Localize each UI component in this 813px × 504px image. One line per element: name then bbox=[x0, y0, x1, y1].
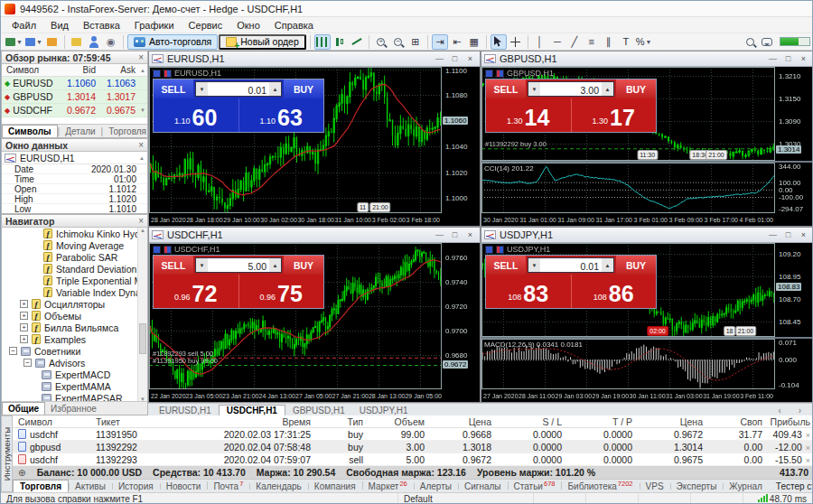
sell-button[interactable]: SELL bbox=[486, 79, 526, 98]
tree-group-advisors[interactable]: −Advisors bbox=[2, 357, 147, 369]
navigator-scrollbar[interactable]: ▲▼ bbox=[137, 228, 147, 402]
panel-toggle-icon[interactable] bbox=[485, 246, 493, 254]
expand-icon[interactable]: + bbox=[20, 312, 28, 320]
minimize-icon[interactable]: — bbox=[766, 230, 780, 239]
terminal-side-tab[interactable]: Инструменты bbox=[1, 415, 13, 492]
chart-window-titlebar[interactable]: USDJPY,H1 —□× bbox=[481, 228, 813, 243]
sell-button[interactable]: SELL bbox=[154, 79, 193, 98]
tab-calendar[interactable]: Календарь bbox=[249, 481, 307, 492]
tree-item-indicator[interactable]: fTriple Exponential Movin bbox=[2, 275, 147, 286]
symbol-row-gbpusd[interactable]: ◆GBPUSD 1.3014 1.3017 bbox=[2, 90, 147, 104]
chart-tab-usdchf[interactable]: USDCHF,H1 bbox=[219, 405, 285, 415]
menu-insert[interactable]: Вставка bbox=[76, 20, 127, 31]
tab-trade[interactable]: Торговля bbox=[13, 480, 69, 492]
tab-symbols[interactable]: Символы bbox=[2, 125, 58, 137]
volume-down-icon[interactable]: ▼ bbox=[528, 82, 540, 96]
minimize-icon[interactable]: — bbox=[433, 230, 446, 239]
zoom-in-icon[interactable]: + bbox=[373, 34, 389, 50]
tab-common[interactable]: Общие bbox=[2, 402, 45, 415]
buy-price[interactable]: 10886 bbox=[571, 275, 657, 308]
sell-button[interactable]: SELL bbox=[486, 256, 526, 275]
scroll-down-icon[interactable]: ▼ bbox=[138, 107, 147, 113]
close-icon[interactable]: × bbox=[797, 230, 810, 239]
close-position-icon[interactable]: × bbox=[806, 431, 810, 440]
new-order-button[interactable]: Новый ордер bbox=[219, 34, 306, 50]
strategy-tester-label[interactable]: Тестер стратегий bbox=[769, 481, 813, 492]
menu-file[interactable]: Файл bbox=[5, 20, 43, 31]
volume-down-icon[interactable]: ▼ bbox=[196, 258, 208, 272]
menu-help[interactable]: Справка bbox=[267, 20, 321, 31]
tile-windows-icon[interactable]: ⊞ bbox=[407, 34, 424, 50]
position-row[interactable]: gbpusd 113922922020.02.04 07:58:48 buy3.… bbox=[13, 441, 813, 453]
line-chart-icon[interactable] bbox=[349, 34, 365, 50]
sell-price[interactable]: 10883 bbox=[486, 275, 571, 308]
tree-group-oscillators[interactable]: +fОсцилляторы bbox=[2, 298, 147, 310]
tab-experts[interactable]: Эксперты bbox=[670, 481, 724, 492]
indicator-canvas[interactable] bbox=[481, 163, 775, 213]
maximize-icon[interactable]: □ bbox=[448, 54, 462, 63]
scroll-up-icon[interactable]: ▲ bbox=[138, 68, 147, 73]
tab-scroll-left-icon[interactable]: ‹ bbox=[771, 406, 789, 415]
arrows-tool-icon[interactable]: %▼ bbox=[635, 34, 653, 50]
volume-down-icon[interactable]: ▼ bbox=[528, 258, 540, 272]
open-data-folder-icon[interactable] bbox=[44, 34, 61, 50]
symbol-row-usdchf[interactable]: ◆USDCHF 0.9672 0.9675 ▼ bbox=[2, 104, 147, 117]
volume-stepper[interactable]: ▼3.00▲ bbox=[528, 81, 614, 97]
panel-toggle-icon[interactable] bbox=[153, 70, 161, 78]
close-icon[interactable]: × bbox=[138, 216, 144, 226]
close-icon[interactable]: × bbox=[138, 140, 144, 150]
tab-signals[interactable]: Сигналы bbox=[458, 481, 508, 492]
trendline-icon[interactable]: ╱ bbox=[566, 34, 583, 50]
tab-assets[interactable]: Активы bbox=[69, 481, 112, 492]
volume-stepper[interactable]: ▼0.01▲ bbox=[195, 81, 282, 97]
tab-news[interactable]: Новости bbox=[160, 481, 208, 492]
volume-up-icon[interactable]: ▲ bbox=[269, 258, 281, 272]
close-position-icon[interactable]: × bbox=[806, 456, 810, 465]
tab-mail[interactable]: Почта7 bbox=[207, 479, 249, 492]
menu-charts[interactable]: Графики bbox=[127, 20, 182, 31]
tab-vps[interactable]: VPS bbox=[640, 481, 670, 492]
tab-market[interactable]: Маркет26 bbox=[362, 479, 414, 492]
status-profile[interactable]: Default bbox=[398, 493, 534, 504]
collapse-icon[interactable]: − bbox=[9, 347, 17, 355]
tab-articles[interactable]: Статьи678 bbox=[508, 479, 562, 492]
tree-item-indicator[interactable]: fIchimoku Kinko Hyo bbox=[2, 228, 147, 239]
zoom-out-icon[interactable]: − bbox=[390, 34, 406, 50]
buy-price[interactable]: 0.9675 bbox=[238, 275, 324, 308]
volume-up-icon[interactable]: ▲ bbox=[269, 82, 281, 96]
tree-group-volumes[interactable]: +fОбъемы bbox=[2, 310, 147, 322]
auto-scroll-icon[interactable]: ⇥ bbox=[432, 34, 448, 50]
tree-group-examples[interactable]: +fExamples bbox=[2, 333, 147, 345]
expand-icon[interactable]: + bbox=[20, 300, 28, 308]
chat-icon[interactable] bbox=[759, 34, 775, 50]
chart-tab-usdjpy[interactable]: USDJPY,H1 bbox=[352, 406, 416, 415]
buy-button[interactable]: BUY bbox=[284, 256, 323, 275]
buy-button[interactable]: BUY bbox=[616, 256, 656, 275]
panel-toggle-icon[interactable] bbox=[485, 70, 493, 78]
tab-trading[interactable]: Торговля bbox=[103, 126, 147, 137]
tree-item-indicator[interactable]: fStandard Deviation bbox=[2, 263, 147, 275]
tab-favorites[interactable]: Избранное bbox=[45, 403, 102, 415]
vertical-line-icon[interactable]: │ bbox=[532, 34, 548, 50]
buy-button[interactable]: BUY bbox=[284, 79, 323, 98]
profiles-icon[interactable]: ▼ bbox=[24, 34, 43, 50]
sell-price[interactable]: 1.3014 bbox=[486, 98, 571, 132]
chart-window-titlebar[interactable]: GBPUSD,H1 —□× bbox=[481, 51, 813, 67]
buy-price[interactable]: 1.1063 bbox=[238, 98, 324, 132]
position-row[interactable]: usdchf 113922932020.02.04 07:59:07 sell5… bbox=[13, 453, 813, 466]
chart-body-eurusd[interactable]: EURUSD,H1 SELL ▼0.01▲ BUY 1.1060 1.1063 … bbox=[149, 67, 480, 226]
tab-history[interactable]: История bbox=[112, 481, 160, 492]
close-position-icon[interactable]: × bbox=[806, 443, 810, 453]
market-watch-icon[interactable] bbox=[69, 34, 85, 50]
tab-library[interactable]: Библиотека7202 bbox=[561, 479, 639, 492]
indicator-canvas[interactable] bbox=[481, 339, 775, 389]
sell-price[interactable]: 0.9672 bbox=[154, 275, 238, 308]
chart-tab-eurusd[interactable]: EURUSD,H1 bbox=[152, 406, 219, 415]
close-icon[interactable]: × bbox=[797, 54, 810, 63]
indicators-icon[interactable]: ▦ bbox=[466, 34, 482, 50]
volume-stepper[interactable]: ▼0.01▲ bbox=[528, 257, 614, 273]
tree-item-indicator[interactable]: fVariable Index Dynamic A bbox=[2, 286, 147, 298]
close-icon[interactable]: × bbox=[138, 52, 144, 62]
channel-icon[interactable]: ∥ bbox=[601, 34, 617, 50]
chart-body-usdchf[interactable]: USDCHF,H1 SELL ▼5.00▲ BUY 0.9672 0.9675 … bbox=[149, 243, 480, 402]
